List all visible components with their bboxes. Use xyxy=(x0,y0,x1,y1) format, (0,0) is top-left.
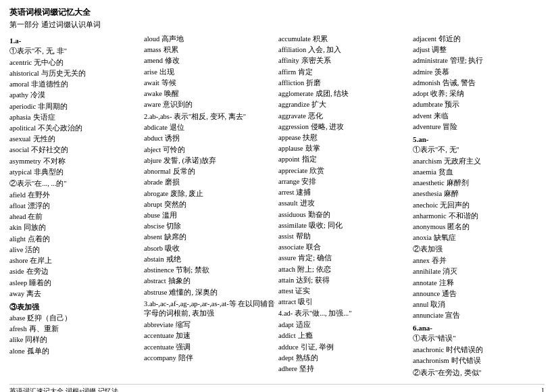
list-item: admonish告诫, 警告 xyxy=(413,78,554,88)
meaning: 陪伴 xyxy=(178,353,193,363)
word: aloud xyxy=(144,34,159,44)
word: attach xyxy=(278,264,295,274)
word: abject xyxy=(144,145,161,155)
meaning: 非典型的 xyxy=(34,167,64,177)
word: absent xyxy=(144,232,162,242)
list-item: await等候 xyxy=(144,78,276,88)
word: appreciate xyxy=(278,166,307,176)
list-item: announce通告 xyxy=(413,289,554,299)
list-item: anaesthetic麻醉剂 xyxy=(413,178,554,188)
list-item: asymmetry不对称 xyxy=(9,156,141,166)
word: applause xyxy=(278,143,303,153)
word: adjacent xyxy=(413,34,436,44)
word: anaemia xyxy=(413,167,436,177)
main-content: 1.a-①表示"不, 无, 非"acentric无中心的ahistorical与… xyxy=(9,34,545,378)
list-item: ahead在前 xyxy=(9,212,141,222)
list-item: asleep睡着的 xyxy=(9,278,141,288)
meaning: 在旁边 xyxy=(26,266,49,276)
list-item: adumbrate预示 xyxy=(413,99,554,109)
word: abrade xyxy=(144,177,163,187)
list-item: apathy冷漠 xyxy=(9,90,141,100)
meaning: 注释 xyxy=(439,278,454,288)
word: arise xyxy=(144,67,157,77)
word: alive xyxy=(9,245,23,255)
list-item: acentric无中心的 xyxy=(9,57,141,68)
list-item: annex吞并 xyxy=(413,255,554,266)
list-item: adjacent邻近的 xyxy=(413,34,554,44)
list-item: atypical非典型的 xyxy=(9,167,141,177)
meaning: 宣告 xyxy=(445,310,460,320)
meaning: 诱拐 xyxy=(165,133,180,143)
list-item: adventure冒险 xyxy=(413,122,554,132)
word: aside xyxy=(9,266,24,276)
meaning: 切除 xyxy=(166,221,181,231)
list-item: alive活的 xyxy=(9,245,141,255)
word: acentric xyxy=(9,57,32,68)
list-item: annunciate宣告 xyxy=(413,310,554,320)
list-item: ahistorical与历史无关的 xyxy=(9,68,141,78)
meaning: 成团, 结块 xyxy=(316,89,349,99)
meaning: 非周期的 xyxy=(38,101,68,112)
word: afloat xyxy=(9,201,26,211)
list-item: assimilate吸收; 同化 xyxy=(278,220,410,230)
word: assimilate xyxy=(278,220,307,230)
meaning: 发誓, (承诺)放弃 xyxy=(163,155,216,166)
meaning: 安排 xyxy=(301,176,316,187)
word: alike xyxy=(9,335,23,345)
meaning: 与历史无关的 xyxy=(41,68,86,78)
meaning: 证实 xyxy=(295,286,310,296)
meaning: 难懂的, 深奥的 xyxy=(169,287,217,297)
word: aggrandize xyxy=(278,99,309,109)
word: adduce xyxy=(278,342,299,352)
list-item: attain达到; 获得 xyxy=(278,275,410,285)
word: abnormal xyxy=(144,166,171,176)
meaning: 漂浮的 xyxy=(28,201,50,211)
word: ahead xyxy=(9,212,26,222)
word: ashore xyxy=(9,255,28,266)
list-item: afloat漂浮的 xyxy=(9,201,141,211)
meaning: 等候 xyxy=(161,78,176,88)
meaning: 加速 xyxy=(176,330,191,341)
list-item: aware意识到的 xyxy=(144,99,276,109)
meaning: 高声地 xyxy=(161,34,184,44)
column-1: 1.a-①表示"不, 无, 非"acentric无中心的ahistorical与… xyxy=(9,34,141,378)
footer-left: 英语词汇速记大全 词根+词缀 记忆法 xyxy=(9,387,118,392)
word: assiduous xyxy=(278,210,306,220)
list-item: anachronic时代错误的 xyxy=(413,345,554,355)
word: accumulate xyxy=(278,34,311,44)
list-item: alike同样的 xyxy=(9,335,141,345)
list-item: assault进攻 xyxy=(278,198,410,208)
meaning: 肯定 xyxy=(298,67,313,77)
meaning: 意识到的 xyxy=(163,99,193,109)
word: attest xyxy=(278,286,293,296)
list-item: away离去 xyxy=(9,289,141,299)
list-item: absorb吸收 xyxy=(144,243,276,253)
list-item: aggravate恶化 xyxy=(278,111,410,121)
meaning: 出现 xyxy=(159,67,174,77)
word: apolitical xyxy=(9,123,36,133)
word: attract xyxy=(278,297,296,307)
word: ahistorical xyxy=(9,68,39,78)
list-item: awake唤醒 xyxy=(144,89,276,99)
meaning: 欣赏 xyxy=(309,166,324,176)
list-item: asexual无性的 xyxy=(9,134,141,144)
word: adumbrate xyxy=(413,99,443,109)
list-item: abstract抽象的 xyxy=(144,276,276,286)
meaning: 侵略, 进攻 xyxy=(311,122,344,132)
section-header: 6.ana- xyxy=(413,324,554,332)
meaning: 勤奋的 xyxy=(308,210,330,220)
word: attain xyxy=(278,275,294,285)
list-item: anachronism时代错误 xyxy=(413,356,554,366)
word: abrupt xyxy=(144,199,162,210)
section-header: 1.a- xyxy=(9,36,141,45)
list-item: abrogate废除, 废止 xyxy=(144,189,276,199)
meaning: 坚持 xyxy=(299,364,314,374)
list-item: adapt适应 xyxy=(278,320,410,330)
meaning: 麻醉剂 xyxy=(447,178,469,188)
section-note: ②表示"在旁边, 类似" xyxy=(413,368,554,378)
list-item: amend修改 xyxy=(144,55,276,66)
meaning: 消灭 xyxy=(443,266,457,276)
column-3: accumulate积累affiliation入会, 加入affinity亲密关… xyxy=(278,34,410,378)
word: assure xyxy=(278,253,296,263)
list-item: anoxia缺氧症 xyxy=(413,232,554,243)
